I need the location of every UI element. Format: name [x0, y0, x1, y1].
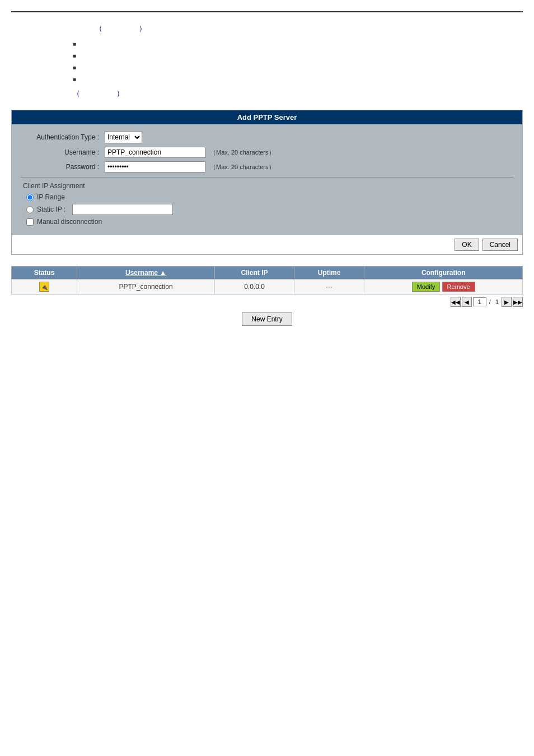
info-item-3	[73, 63, 517, 72]
ip-range-label: IP Range	[37, 193, 65, 201]
ip-range-row: IP Range	[21, 193, 513, 201]
info-section: （ ） （ ）	[11, 11, 523, 104]
col-uptime: Uptime	[294, 267, 364, 279]
auth-type-row: Authentication Type : Internal External	[21, 131, 513, 143]
password-hint: （Max. 20 characters）	[210, 163, 275, 171]
static-ip-row: Static IP :	[21, 204, 513, 215]
page-separator: /	[489, 298, 491, 305]
add-pptp-dialog: Add PPTP Server Authentication Type : In…	[11, 110, 523, 255]
auth-type-label: Authentication Type :	[21, 133, 105, 141]
row-status: 🔌	[12, 279, 77, 295]
page-input[interactable]	[473, 297, 486, 306]
info-title-line2: （ ）	[73, 88, 517, 99]
username-input[interactable]	[105, 147, 205, 158]
page-total: 1	[495, 298, 499, 305]
remove-button[interactable]: Remove	[442, 282, 475, 292]
manual-disconnect-label: Manual disconnection	[37, 218, 102, 226]
static-ip-input[interactable]	[72, 204, 173, 215]
cancel-button[interactable]: Cancel	[483, 239, 518, 251]
dialog-body: Authentication Type : Internal External …	[12, 124, 522, 235]
table-row: 🔌 PPTP_connection 0.0.0.0 --- Modify Rem…	[12, 279, 523, 295]
prev-page-button[interactable]: ◀	[462, 297, 472, 307]
username-row: Username : （Max. 20 characters）	[21, 147, 513, 158]
ok-button[interactable]: OK	[455, 239, 479, 251]
status-icon: 🔌	[39, 282, 49, 292]
password-input[interactable]	[105, 161, 205, 172]
auth-type-control: Internal External	[105, 131, 142, 143]
last-page-button[interactable]: ▶▶	[513, 297, 523, 307]
row-username: PPTP_connection	[77, 279, 214, 295]
col-username[interactable]: Username ▲	[77, 267, 214, 279]
new-entry-button[interactable]: New Entry	[242, 312, 292, 326]
auth-type-select[interactable]: Internal External	[105, 131, 142, 143]
new-entry-container: New Entry	[11, 312, 523, 326]
modify-button[interactable]: Modify	[412, 282, 440, 292]
info-item-4	[73, 74, 517, 84]
info-item-2	[73, 51, 517, 60]
client-ip-label: Client IP Assignment	[21, 182, 513, 190]
password-label: Password :	[21, 163, 105, 171]
first-page-button[interactable]: ◀◀	[451, 297, 461, 307]
username-control: （Max. 20 characters）	[105, 147, 275, 158]
info-title-line1: （ ）	[95, 24, 517, 34]
ip-range-radio[interactable]	[26, 194, 34, 201]
row-uptime: ---	[294, 279, 364, 295]
username-hint: （Max. 20 characters）	[210, 148, 275, 157]
static-ip-label: Static IP :	[37, 206, 65, 213]
pagination: ◀◀ ◀ / 1 ▶ ▶▶	[11, 297, 523, 307]
password-row: Password : （Max. 20 characters）	[21, 161, 513, 172]
col-status: Status	[12, 267, 77, 279]
table-header-row: Status Username ▲ Client IP Uptime Confi…	[12, 267, 523, 279]
dialog-footer: OK Cancel	[12, 235, 522, 254]
separator	[21, 177, 513, 178]
info-list	[73, 39, 517, 84]
info-item-1	[73, 39, 517, 49]
table-section: Status Username ▲ Client IP Uptime Confi…	[11, 266, 523, 326]
next-page-button[interactable]: ▶	[502, 297, 512, 307]
password-control: （Max. 20 characters）	[105, 161, 275, 172]
username-label: Username :	[21, 148, 105, 156]
dialog-header: Add PPTP Server	[12, 110, 522, 124]
row-config: Modify Remove	[364, 279, 523, 295]
row-client-ip: 0.0.0.0	[215, 279, 294, 295]
col-client-ip: Client IP	[215, 267, 294, 279]
col-configuration: Configuration	[364, 267, 523, 279]
manual-disconnect-checkbox[interactable]	[26, 218, 34, 226]
manual-disconnect-row: Manual disconnection	[21, 218, 513, 226]
static-ip-radio[interactable]	[26, 206, 34, 213]
pptp-table: Status Username ▲ Client IP Uptime Confi…	[11, 266, 523, 295]
